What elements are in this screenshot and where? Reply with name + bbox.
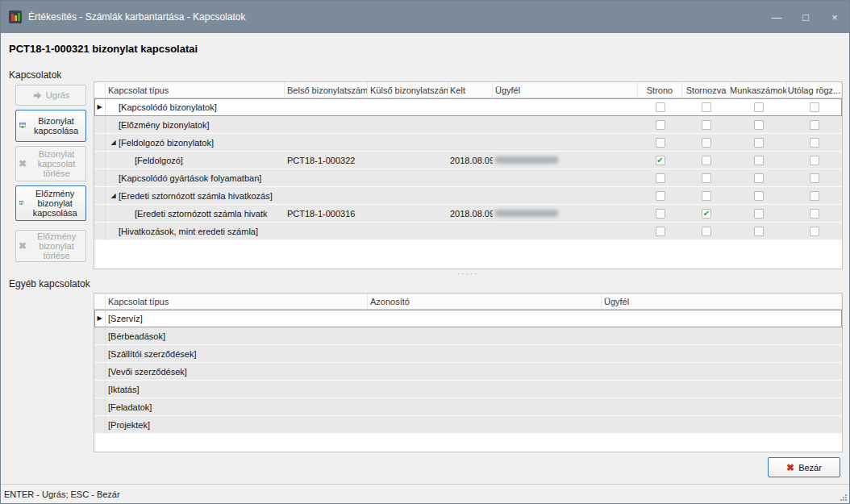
column-header-munkaszamok[interactable]: Munkaszámok [731, 82, 787, 98]
column-header-utolag-rogz[interactable]: Utólag rögz... [787, 82, 842, 98]
utolag-checkbox[interactable] [810, 102, 819, 112]
row-label: [Feladatok] [106, 398, 368, 415]
row-label: [Bérbeadások] [106, 327, 368, 344]
munkaszamok-checkbox[interactable] [754, 173, 764, 183]
delete-x-icon: ✖ [19, 159, 27, 169]
row-indicator [94, 416, 106, 433]
utolag-checkbox[interactable] [810, 156, 819, 165]
stornozva-checkbox[interactable] [702, 191, 711, 201]
utolag-checkbox[interactable] [810, 138, 819, 148]
table-row[interactable]: [Eredeti sztornózott számla hivatk PCT18… [94, 205, 842, 223]
column-header-kapcsolat-tipus[interactable]: Kapcsolat típus [106, 294, 368, 309]
table-row[interactable]: ◢[Eredeti sztornózott számla hivatkozás] [94, 187, 842, 205]
title-bar[interactable]: Értékesítés - Számlák karbantartása - Ka… [1, 1, 849, 33]
strono-checkbox[interactable] [656, 227, 665, 236]
table-row[interactable]: [Vevői szerződések] [94, 363, 842, 381]
table-row[interactable]: [Szállítói szerződések] [94, 345, 842, 363]
row-label: [Szervíz] [106, 310, 368, 327]
resize-grip[interactable] [840, 494, 848, 502]
table-row[interactable]: [Kapcsolódó gyártások folyamatban] [94, 169, 842, 187]
munkaszamok-checkbox[interactable] [754, 120, 764, 130]
row-indicator [94, 152, 106, 169]
row-indicator: ▶ [94, 310, 106, 327]
stornozva-checkbox[interactable] [702, 156, 711, 165]
row-indicator [94, 223, 106, 240]
belso-bizonylatszam-cell: PCT18-1-000322 [285, 152, 368, 169]
table-row[interactable]: [Iktatás] [94, 381, 842, 398]
elozmeny-bizonylat-kapcsolasa-button[interactable]: Előzmény bizonylat kapcsolása [15, 185, 86, 221]
button-label: Előzmény bizonylat törlése [30, 231, 83, 260]
column-header-stornozva[interactable]: Stornozva [682, 82, 731, 98]
stornozva-checkbox[interactable] [702, 102, 711, 112]
kapcsolatok-group-label: Kapcsolatok [9, 69, 61, 81]
close-x-icon: ✖ [786, 462, 794, 473]
stornozva-checkbox[interactable] [702, 138, 711, 148]
utolag-checkbox[interactable] [810, 227, 819, 236]
egyeb-kapcsolatok-grid: Kapcsolat típus Azonosító Ügyfél ▶ [Szer… [94, 293, 843, 452]
table-row[interactable]: [Projektek] [94, 416, 842, 434]
munkaszamok-checkbox[interactable] [754, 227, 764, 236]
bizonylat-kapcsolasa-button[interactable]: Bizonylat kapcsolása [15, 110, 86, 142]
strono-checkbox[interactable] [656, 173, 665, 183]
column-header-strono[interactable]: Strono [638, 82, 682, 98]
munkaszamok-checkbox[interactable] [754, 102, 764, 112]
strono-checkbox[interactable] [656, 120, 665, 130]
munkaszamok-checkbox[interactable] [754, 191, 764, 201]
expander-icon[interactable]: ◢ [108, 193, 119, 199]
egyeb-kapcsolatok-label: Egyéb kapcsolatok [9, 278, 90, 289]
ugras-button[interactable]: Ugrás [15, 85, 86, 106]
row-label: [Eredeti sztornózott számla hivatk [135, 209, 267, 219]
row-indicator [94, 345, 106, 362]
stornozva-checkbox[interactable] [702, 120, 711, 130]
bezar-button[interactable]: ✖ Bezár [768, 457, 840, 477]
close-window-button[interactable]: × [820, 1, 849, 33]
column-header-azonosito[interactable]: Azonosító [368, 294, 602, 309]
strono-checkbox[interactable] [656, 138, 665, 148]
app-window: Értékesítés - Számlák karbantartása - Ka… [0, 0, 850, 504]
column-header-ugyfel[interactable]: Ügyfél [493, 82, 638, 98]
munkaszamok-checkbox[interactable] [754, 156, 764, 165]
strono-checkbox[interactable] [656, 156, 665, 165]
column-header-kulso-bizonylatszam[interactable]: Külső bizonylatszám [368, 82, 448, 98]
delete-x-icon: ✖ [19, 241, 27, 251]
strono-checkbox[interactable] [656, 191, 665, 201]
munkaszamok-checkbox[interactable] [754, 138, 764, 148]
column-header-kapcsolat-tipus[interactable]: Kapcsolat típus [106, 82, 285, 98]
splitter-dots-icon: ····· [457, 273, 479, 276]
table-row[interactable]: [Előzmény bizonylatok] [94, 116, 842, 134]
grid-splitter[interactable]: ····· [94, 270, 843, 277]
table-row[interactable]: [Feladatok] [94, 398, 842, 416]
table-row[interactable]: [Feldolgozó] PCT18-1-000322 2018.08.09. [94, 152, 842, 169]
button-label: Bizonylat kapcsolása [29, 116, 83, 135]
row-label: [Kapcsolódó gyártások folyamatban] [119, 173, 261, 183]
table-row[interactable]: [Hivatkozások, mint eredeti számla] [94, 223, 842, 240]
elozmeny-bizonylat-torlese-button[interactable]: ✖ Előzmény bizonylat törlése [15, 230, 86, 262]
column-header-belso-bizonylatszam[interactable]: Belső bizonylatszám [285, 82, 368, 98]
bizonylat-kapcsolat-torlese-button[interactable]: ✖ Bizonylat kapcsolat törlése [15, 146, 86, 181]
maximize-button[interactable]: □ [791, 1, 820, 33]
table-row[interactable]: [Bérbeadások] [94, 327, 842, 345]
current-row-arrow-icon: ▶ [97, 315, 102, 322]
column-header-kelt[interactable]: Kelt [448, 82, 493, 98]
stornozva-checkbox[interactable] [702, 173, 711, 183]
utolag-checkbox[interactable] [810, 209, 819, 219]
utolag-checkbox[interactable] [810, 120, 819, 130]
utolag-checkbox[interactable] [810, 173, 819, 183]
stornozva-checkbox[interactable] [702, 227, 711, 236]
minimize-button[interactable]: — [762, 1, 791, 33]
row-indicator [94, 134, 106, 151]
stornozva-checkbox[interactable] [702, 209, 711, 219]
column-header-ugyfel[interactable]: Ügyfél [602, 294, 842, 309]
strono-checkbox[interactable] [656, 102, 665, 112]
munkaszamok-checkbox[interactable] [754, 209, 764, 219]
strono-checkbox[interactable] [656, 209, 665, 219]
expander-icon[interactable]: ◢ [108, 140, 119, 146]
link-document-icon [19, 198, 23, 209]
button-label: Bizonylat kapcsolat törlése [30, 149, 83, 178]
table-row[interactable]: ▶ [Kapcsolódó bizonylatok] [94, 98, 842, 116]
utolag-checkbox[interactable] [810, 191, 819, 201]
table-row[interactable]: ◢[Feldolgozó bizonylatok] [94, 134, 842, 152]
table-row[interactable]: ▶ [Szervíz] [94, 310, 842, 327]
row-indicator [94, 381, 106, 398]
row-indicator [94, 116, 106, 133]
